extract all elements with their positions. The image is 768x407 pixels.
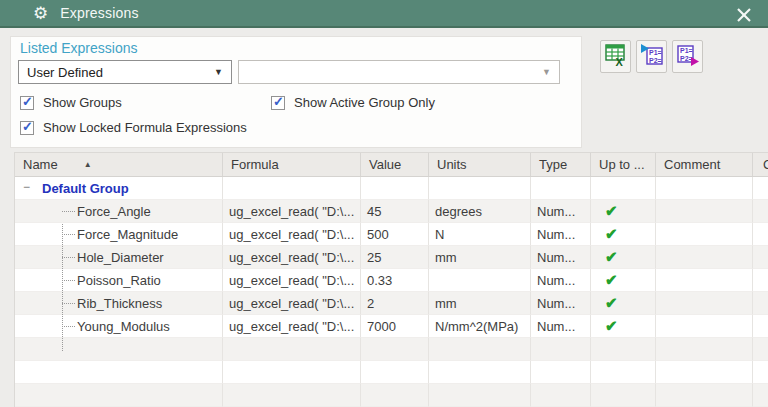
cell-up-to-[interactable]	[591, 384, 656, 407]
cell-comment[interactable]	[656, 177, 753, 200]
cell-c[interactable]	[753, 223, 768, 246]
cell-type[interactable]: Num...	[531, 223, 591, 246]
cell-up-to-[interactable]	[591, 361, 656, 384]
expression-search-dropdown[interactable]: ▼	[238, 60, 560, 84]
cell-formula[interactable]	[223, 338, 361, 361]
cell-units[interactable]	[429, 338, 531, 361]
cell-c[interactable]	[753, 292, 768, 315]
cell-units[interactable]	[429, 177, 531, 200]
cell-type[interactable]: Num...	[531, 269, 591, 292]
expression-row[interactable]: Hole_Diameterug_excel_read( "D:\...25mmN…	[15, 246, 768, 269]
cell-units[interactable]: mm	[429, 292, 531, 315]
group-row[interactable]: −Default Group	[15, 177, 768, 200]
cell-up-to-[interactable]	[591, 177, 656, 200]
cell-value[interactable]: 0.33	[361, 269, 429, 292]
expression-row[interactable]: Poisson_Ratioug_excel_read( "D:\...0.33N…	[15, 269, 768, 292]
cell-up-to-[interactable]: ✔	[591, 292, 656, 315]
cell-c[interactable]	[753, 177, 768, 200]
checkbox-box[interactable]: ✓	[271, 96, 285, 110]
cell-formula[interactable]: ug_excel_read( "D:\...	[223, 315, 361, 338]
cell-name[interactable]	[15, 338, 223, 361]
cell-name[interactable]: Force_Angle	[15, 200, 223, 223]
cell-c[interactable]	[753, 361, 768, 384]
cell-up-to-[interactable]: ✔	[591, 246, 656, 269]
cell-name[interactable]: −Default Group	[15, 177, 223, 200]
empty-row[interactable]	[15, 384, 768, 407]
cell-c[interactable]	[753, 338, 768, 361]
cell-comment[interactable]	[656, 338, 753, 361]
cell-value[interactable]	[361, 361, 429, 384]
cell-formula[interactable]	[223, 361, 361, 384]
expression-row[interactable]: Force_Magnitudeug_excel_read( "D:\...500…	[15, 223, 768, 246]
cell-units[interactable]: N	[429, 223, 531, 246]
empty-row[interactable]	[15, 338, 768, 361]
cell-type[interactable]	[531, 177, 591, 200]
cell-units[interactable]: mm	[429, 246, 531, 269]
cell-up-to-[interactable]: ✔	[591, 200, 656, 223]
cell-formula[interactable]: ug_excel_read( "D:\...	[223, 200, 361, 223]
cell-up-to-[interactable]	[591, 338, 656, 361]
column-header-up-to-[interactable]: Up to ...	[591, 153, 656, 176]
cell-formula[interactable]: ug_excel_read( "D:\...	[223, 269, 361, 292]
column-header-c[interactable]: C	[753, 153, 768, 176]
expression-row[interactable]: Force_Angleug_excel_read( "D:\...45degre…	[15, 200, 768, 223]
cell-c[interactable]	[753, 269, 768, 292]
cell-type[interactable]: Num...	[531, 200, 591, 223]
cell-up-to-[interactable]: ✔	[591, 269, 656, 292]
cell-type[interactable]	[531, 384, 591, 407]
cell-name[interactable]: Force_Magnitude	[15, 223, 223, 246]
cell-formula[interactable]	[223, 384, 361, 407]
cell-up-to-[interactable]: ✔	[591, 223, 656, 246]
cell-units[interactable]	[429, 384, 531, 407]
import-expressions-button[interactable]: P1= P2=	[636, 40, 667, 73]
cell-units[interactable]: N/mm^2(MPa)	[429, 315, 531, 338]
cell-name[interactable]: Rib_Thickness	[15, 292, 223, 315]
cell-comment[interactable]	[656, 361, 753, 384]
cell-value[interactable]	[361, 384, 429, 407]
column-header-units[interactable]: Units	[429, 153, 531, 176]
cell-value[interactable]	[361, 177, 429, 200]
cell-c[interactable]	[753, 315, 768, 338]
empty-row[interactable]	[15, 361, 768, 384]
show-locked-formula-expressions-checkbox[interactable]: ✓ Show Locked Formula Expressions	[20, 120, 247, 135]
export-expressions-button[interactable]: P1= P2=	[672, 40, 703, 73]
column-header-value[interactable]: Value	[361, 153, 429, 176]
cell-type[interactable]	[531, 338, 591, 361]
cell-value[interactable]	[361, 338, 429, 361]
cell-name[interactable]	[15, 384, 223, 407]
cell-type[interactable]: Num...	[531, 292, 591, 315]
checkbox-box[interactable]: ✓	[20, 121, 34, 135]
cell-up-to-[interactable]: ✔	[591, 315, 656, 338]
cell-value[interactable]: 2	[361, 292, 429, 315]
cell-comment[interactable]	[656, 246, 753, 269]
cell-value[interactable]: 7000	[361, 315, 429, 338]
cell-comment[interactable]	[656, 223, 753, 246]
cell-value[interactable]: 500	[361, 223, 429, 246]
cell-comment[interactable]	[656, 292, 753, 315]
cell-value[interactable]: 45	[361, 200, 429, 223]
cell-c[interactable]	[753, 384, 768, 407]
cell-comment[interactable]	[656, 315, 753, 338]
expression-row[interactable]: Rib_Thicknessug_excel_read( "D:\...2mmNu…	[15, 292, 768, 315]
cell-formula[interactable]: ug_excel_read( "D:\...	[223, 292, 361, 315]
expression-row[interactable]: Young_Modulusug_excel_read( "D:\...7000N…	[15, 315, 768, 338]
cell-name[interactable]: Young_Modulus	[15, 315, 223, 338]
show-groups-checkbox[interactable]: ✓ Show Groups	[20, 95, 122, 110]
cell-value[interactable]: 25	[361, 246, 429, 269]
close-icon[interactable]	[734, 5, 754, 25]
cell-name[interactable]: Poisson_Ratio	[15, 269, 223, 292]
cell-comment[interactable]	[656, 200, 753, 223]
cell-c[interactable]	[753, 246, 768, 269]
cell-units[interactable]	[429, 269, 531, 292]
column-header-comment[interactable]: Comment	[656, 153, 753, 176]
cell-formula[interactable]: ug_excel_read( "D:\...	[223, 246, 361, 269]
expression-filter-dropdown[interactable]: User Defined ▼	[18, 60, 232, 84]
cell-units[interactable]	[429, 361, 531, 384]
show-active-group-only-checkbox[interactable]: ✓ Show Active Group Only	[271, 95, 435, 110]
checkbox-box[interactable]: ✓	[20, 96, 34, 110]
cell-formula[interactable]: ug_excel_read( "D:\...	[223, 223, 361, 246]
cell-type[interactable]: Num...	[531, 315, 591, 338]
cell-name[interactable]	[15, 361, 223, 384]
column-header-formula[interactable]: Formula	[223, 153, 361, 176]
column-header-name[interactable]: Name▲	[15, 153, 223, 176]
